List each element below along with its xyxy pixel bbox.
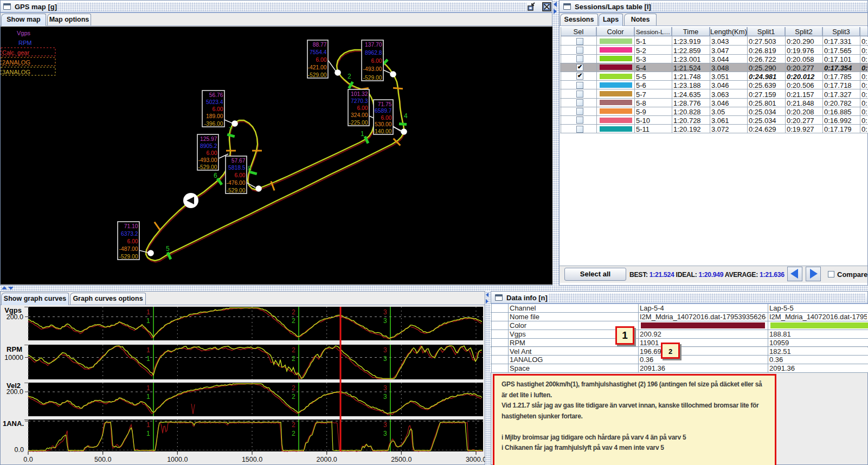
svg-text:500.0: 500.0 (94, 456, 111, 463)
svg-text:8962.8: 8962.8 (365, 50, 382, 56)
svg-text:2ANALOG: 2ANALOG (2, 59, 30, 66)
svg-text:189.00: 189.00 (206, 113, 223, 119)
svg-text:7554.4: 7554.4 (310, 49, 327, 55)
svg-text:7: 7 (229, 126, 233, 134)
svg-text:6: 6 (214, 172, 217, 179)
svg-text:1: 1 (146, 430, 150, 437)
svg-text:6.00: 6.00 (371, 58, 382, 64)
svg-text:2000.0: 2000.0 (317, 456, 337, 463)
svg-text:2: 2 (292, 393, 295, 401)
svg-text:3ANALOG: 3ANALOG (2, 69, 30, 75)
svg-text:1000.0: 1000.0 (167, 456, 188, 463)
svg-text:-487.00: -487.00 (119, 246, 138, 252)
svg-text:5818.5: 5818.5 (228, 165, 246, 171)
svg-text:8: 8 (248, 165, 252, 172)
svg-text:1: 1 (146, 393, 150, 401)
svg-text:-140.00: -140.00 (373, 128, 392, 134)
svg-text:2: 2 (292, 346, 295, 354)
svg-text:-529.00: -529.00 (119, 254, 138, 260)
svg-text:1: 1 (146, 421, 150, 429)
svg-text:6589.7: 6589.7 (375, 108, 392, 114)
svg-text:0.0: 0.0 (23, 456, 33, 463)
svg-text:530.00: 530.00 (375, 121, 392, 127)
svg-text:57.67: 57.67 (232, 158, 246, 164)
svg-text:6373.2: 6373.2 (121, 231, 138, 237)
svg-text:-529.00: -529.00 (363, 75, 382, 81)
svg-text:2: 2 (292, 430, 295, 437)
svg-text:RPM: RPM (7, 345, 22, 353)
svg-text:3: 3 (383, 308, 387, 316)
svg-text:0.0: 0.0 (15, 446, 24, 454)
svg-text:3: 3 (383, 317, 387, 325)
svg-text:1500.0: 1500.0 (242, 456, 262, 463)
svg-text:-529.00: -529.00 (198, 164, 217, 170)
svg-text:8905.2: 8905.2 (200, 143, 217, 149)
svg-text:-421.00: -421.00 (308, 64, 327, 70)
svg-text:Calc. gear: Calc. gear (2, 49, 29, 56)
svg-text:3: 3 (383, 384, 387, 392)
svg-text:56.76: 56.76 (209, 92, 223, 98)
svg-text:6.00: 6.00 (234, 172, 245, 178)
svg-text:RPM: RPM (18, 40, 31, 46)
svg-text:200.0: 200.0 (7, 313, 23, 321)
svg-text:1: 1 (146, 346, 150, 354)
svg-text:101.32: 101.32 (351, 91, 368, 97)
svg-text:3: 3 (383, 421, 387, 429)
svg-text:2: 2 (292, 308, 295, 316)
svg-text:3: 3 (383, 346, 387, 354)
svg-text:1: 1 (146, 317, 150, 325)
svg-text:71.10: 71.10 (124, 223, 138, 229)
svg-text:3: 3 (383, 430, 387, 437)
svg-text:6.00: 6.00 (127, 238, 138, 244)
svg-text:2: 2 (292, 355, 295, 363)
svg-text:6.00: 6.00 (381, 115, 391, 121)
svg-text:-476.00: -476.00 (227, 180, 246, 186)
svg-text:2: 2 (292, 384, 295, 392)
svg-text:5: 5 (166, 245, 170, 253)
svg-text:6.00: 6.00 (206, 150, 217, 156)
svg-text:137.70: 137.70 (365, 42, 382, 48)
svg-text:6.00: 6.00 (357, 105, 368, 111)
svg-text:Vgps: Vgps (17, 30, 31, 36)
svg-text:3: 3 (383, 393, 387, 401)
svg-text:6.00: 6.00 (212, 106, 223, 112)
svg-text:-396.00: -396.00 (204, 121, 223, 127)
svg-text:4: 4 (404, 112, 408, 120)
svg-text:2: 2 (292, 421, 295, 429)
svg-text:71.75: 71.75 (378, 101, 392, 107)
svg-text:-493.00: -493.00 (198, 157, 217, 163)
svg-text:7270.3: 7270.3 (351, 98, 368, 104)
svg-text:200.0: 200.0 (7, 388, 23, 396)
svg-text:2: 2 (348, 73, 351, 80)
svg-text:2500.0: 2500.0 (391, 456, 412, 463)
svg-text:88.77: 88.77 (313, 42, 327, 48)
svg-text:1ANA.: 1ANA. (3, 419, 24, 428)
svg-text:3000.0: 3000.0 (466, 456, 485, 463)
svg-text:-529.00: -529.00 (308, 72, 327, 78)
svg-text:5023.4: 5023.4 (206, 99, 223, 105)
svg-text:1: 1 (361, 130, 364, 138)
svg-text:10000: 10000 (4, 354, 23, 361)
svg-text:324.00: 324.00 (351, 112, 368, 118)
svg-text:2: 2 (292, 317, 295, 325)
svg-text:-493.00: -493.00 (363, 66, 382, 72)
svg-text:1: 1 (146, 384, 150, 392)
svg-text:1: 1 (146, 355, 150, 363)
svg-text:125.97: 125.97 (200, 136, 217, 142)
svg-text:6.00: 6.00 (316, 57, 326, 63)
svg-text:-225.00: -225.00 (349, 120, 368, 126)
svg-text:-529.00: -529.00 (227, 188, 246, 193)
svg-text:1: 1 (146, 308, 150, 316)
svg-text:3: 3 (383, 355, 387, 363)
